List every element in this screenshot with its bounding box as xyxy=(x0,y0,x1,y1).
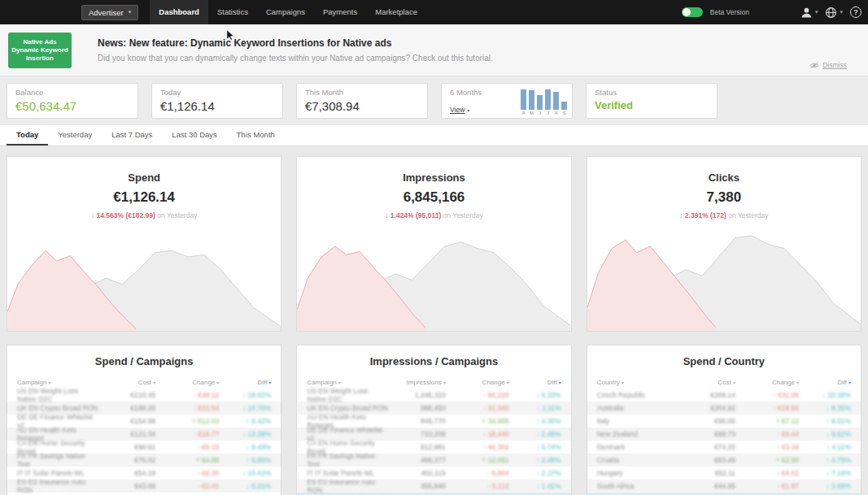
chart-title: Clicks xyxy=(587,157,861,184)
row-change: - €6.30 xyxy=(155,469,219,477)
minibar xyxy=(561,102,567,110)
column-header[interactable]: Change▾ xyxy=(446,379,509,386)
news-logo-line: Dynamic Keyword xyxy=(11,46,68,54)
beta-version-label: Beta Version xyxy=(710,8,749,16)
tab-last-30-days[interactable]: Last 30 Days xyxy=(162,125,226,145)
chart-change: ↓ 1.424% (95,011) xyxy=(385,211,441,219)
table-row[interactable]: US EN Weight Loss Native D2C1,245,310- 8… xyxy=(297,389,570,402)
tab-yesterday[interactable]: Yesterday xyxy=(48,125,102,145)
tab-today[interactable]: Today xyxy=(7,125,48,145)
nav-item-marketplace[interactable]: Marketplace xyxy=(366,0,426,24)
table-row[interactable]: ES ES Insurance Auto RON€43.88- €2.41↓ 5… xyxy=(7,480,281,493)
row-change: + €7.12 xyxy=(735,417,799,425)
news-text: News: New feature: Dynamic Keyword Inser… xyxy=(98,37,493,63)
nav-item-statistics[interactable]: Statistics xyxy=(208,0,257,24)
row-change: + €4.88 xyxy=(155,456,219,464)
row-value: €268.14 xyxy=(678,391,735,399)
column-header[interactable]: Country▾ xyxy=(597,379,678,386)
table-row[interactable]: Croatia€63.49+ €2.90↑ 4.79% xyxy=(587,454,861,467)
column-header[interactable]: Diff▾ xyxy=(509,379,561,386)
table-row[interactable]: Australia€204.92- €18.66↓ 8.35% xyxy=(587,402,861,415)
row-change: - 8,904 xyxy=(446,469,509,477)
row-change: + €12.03 xyxy=(155,417,219,425)
minibar-label: A xyxy=(555,111,558,115)
row-diff: ↓ 5.21% xyxy=(219,482,271,490)
table-row[interactable]: ES ES Insurance Auto RON356,840- 5,112↓ … xyxy=(297,480,570,493)
this-month-label: This Month xyxy=(305,88,419,97)
row-diff: ↑ 4.79% xyxy=(799,456,851,464)
chart-value: 6,845,166 xyxy=(297,189,570,206)
minibar-column: A xyxy=(521,89,526,115)
row-change: - €3.18 xyxy=(735,443,799,451)
chart-cards-row: Spend €1,126.14 ↓ 14.563% (€182.99) on Y… xyxy=(0,156,868,332)
help-button[interactable]: ? xyxy=(850,7,861,18)
column-header[interactable]: Cost▾ xyxy=(98,379,155,386)
minibar-column: A xyxy=(553,89,559,115)
row-name: US EN Weight Loss Native D2C xyxy=(17,387,98,403)
row-diff: ↓ 1.41% xyxy=(509,482,561,490)
table-title: Impressions / Campaigns xyxy=(297,345,570,367)
row-diff: ↑ 8.01% xyxy=(799,417,851,425)
column-header[interactable]: Diff▾ xyxy=(219,379,271,386)
table-row[interactable]: Italy€96.05+ €7.12↑ 8.01% xyxy=(587,415,861,428)
row-change: - 18,440 xyxy=(446,430,509,438)
table-row[interactable]: FR FR Savings Native Test498,377+ 12,081… xyxy=(297,454,570,467)
row-change: + 12,081 xyxy=(446,456,509,464)
language-menu-button[interactable]: ▾ xyxy=(825,7,843,19)
row-name: IT IT Solar Panels WL xyxy=(17,469,98,477)
beta-toggle[interactable] xyxy=(682,7,703,17)
chart-change-suffix: on Yesterday xyxy=(728,211,768,219)
column-header[interactable]: Campaign▾ xyxy=(17,379,98,386)
nav-item-campaigns[interactable]: Campaigns xyxy=(257,0,314,24)
row-change: + 34,905 xyxy=(446,417,509,425)
row-change: - €9.44 xyxy=(735,430,799,438)
spend-chart-card: Spend €1,126.14 ↓ 14.563% (€182.99) on Y… xyxy=(7,156,281,332)
table-row[interactable]: Czech Republic€268.14- €31.05↓ 10.38% xyxy=(587,389,861,402)
table-title: Spend / Campaigns xyxy=(7,345,281,367)
spend-campaigns-table: Spend / Campaigns Campaign▾Cost▾Change▾D… xyxy=(7,345,281,495)
nav-item-payments[interactable]: Payments xyxy=(314,0,366,24)
view-link[interactable]: View ▾ xyxy=(450,106,482,114)
table-row[interactable]: South Africa€44.95- €1.87↓ 3.99% xyxy=(587,480,861,493)
column-header[interactable]: Change▾ xyxy=(155,379,219,386)
column-header[interactable]: Change▾ xyxy=(735,379,799,386)
row-name: UK EN Crypto Broad RON xyxy=(307,404,388,412)
nav-item-dashboard[interactable]: Dashboard xyxy=(150,0,208,24)
minibar-label: J xyxy=(547,111,549,115)
table-row[interactable]: New Zealand€88.73- €9.44↓ 9.62% xyxy=(587,428,861,441)
row-change: - €2.41 xyxy=(155,482,219,490)
dismiss-button[interactable]: Dismiss xyxy=(809,61,847,69)
table-row[interactable]: FR FR Savings Native Test€76.02+ €4.88↑ … xyxy=(7,454,281,467)
column-header[interactable]: Diff▾ xyxy=(799,379,851,386)
column-header[interactable]: Cost▾ xyxy=(678,379,735,386)
row-change: - 5,112 xyxy=(446,482,509,490)
chart-value: 7,380 xyxy=(587,189,861,206)
six-months-bar-chart: AMJJAS xyxy=(521,88,567,115)
table-body: Czech Republic€268.14- €31.05↓ 10.38%Aus… xyxy=(587,389,861,495)
column-header[interactable]: Impressions▾ xyxy=(389,379,446,386)
tab-last-7-days[interactable]: Last 7 Days xyxy=(102,125,162,145)
table-row[interactable]: Hungary€52.11- €4.02↓ 7.16% xyxy=(587,467,861,480)
column-header-label: Change xyxy=(772,379,795,386)
eye-off-icon xyxy=(809,62,819,69)
chart-title: Spend xyxy=(7,157,281,184)
column-header[interactable]: Campaign▾ xyxy=(307,379,388,386)
row-change: - €31.05 xyxy=(735,391,799,399)
advertiser-select[interactable]: Advertiser ▾ xyxy=(81,5,138,20)
row-name: Italy xyxy=(597,417,678,425)
table-header: Country▾Cost▾Change▾Diff▾ xyxy=(587,376,861,389)
tab-this-month[interactable]: This Month xyxy=(227,125,285,145)
table-title: Spend / Country xyxy=(587,345,861,367)
user-menu-button[interactable]: ▾ xyxy=(800,7,818,19)
minibar-column: J xyxy=(545,89,551,115)
table-row[interactable]: US EN Weight Loss Native D2C€210.45- €48… xyxy=(7,389,281,402)
row-value: 988,450 xyxy=(389,404,446,412)
view-link-label: View xyxy=(450,106,465,114)
row-change: - €22.54 xyxy=(155,404,219,412)
table-row[interactable]: Denmark€74.20- €3.18↓ 4.11% xyxy=(587,441,861,454)
sort-icon: ▾ xyxy=(622,380,624,385)
row-diff: ↓ 10.38% xyxy=(799,391,851,399)
chart-value: €1,126.14 xyxy=(7,189,281,206)
row-value: 845,770 xyxy=(389,417,446,425)
row-change: - €18.77 xyxy=(155,430,219,438)
